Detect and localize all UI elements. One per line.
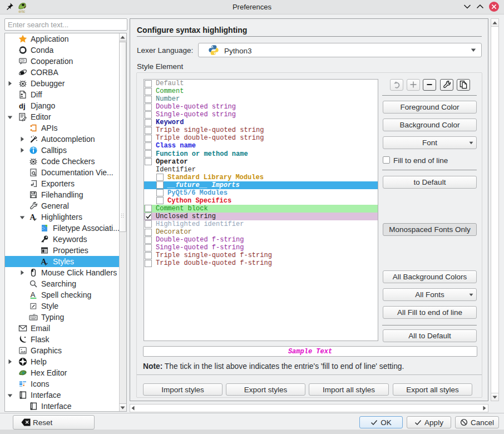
svg-text:dj: dj [19, 102, 26, 110]
svg-text:A: A [31, 290, 36, 299]
svg-text:CM: CM [21, 60, 24, 62]
